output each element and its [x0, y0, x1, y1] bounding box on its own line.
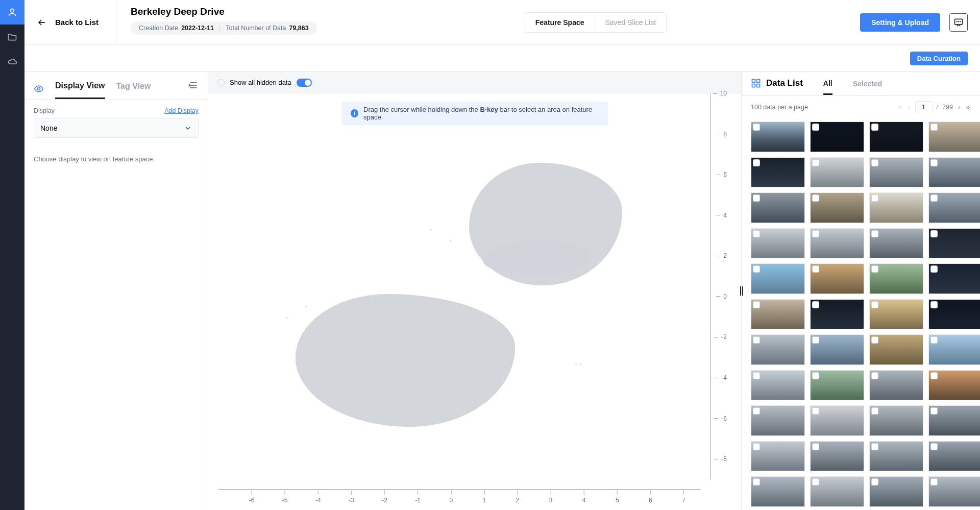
thumbnail-checkbox[interactable] [930, 301, 938, 308]
tab-tag-view[interactable]: Tag View [116, 82, 151, 98]
thumbnail[interactable] [751, 157, 805, 188]
thumbnail[interactable] [751, 334, 805, 365]
thumbnail[interactable] [751, 192, 805, 223]
thumbnail[interactable] [869, 157, 923, 188]
display-select[interactable]: None [34, 118, 199, 138]
thumbnail[interactable] [751, 476, 805, 507]
thumbnail-checkbox[interactable] [930, 372, 938, 379]
thumbnail-checkbox[interactable] [930, 230, 938, 237]
thumbnail-checkbox[interactable] [812, 159, 819, 166]
thumbnail-checkbox[interactable] [753, 159, 760, 166]
thumbnail-checkbox[interactable] [871, 230, 878, 237]
thumbnail[interactable] [928, 192, 980, 223]
thumbnail[interactable] [928, 299, 980, 330]
thumbnail-checkbox[interactable] [930, 265, 938, 273]
thumbnail-checkbox[interactable] [753, 301, 760, 308]
thumbnail-checkbox[interactable] [753, 478, 760, 485]
back-to-list-button[interactable]: Back to List [24, 0, 116, 44]
thumbnail[interactable] [869, 405, 923, 436]
thumbnail[interactable] [869, 334, 923, 365]
thumbnail-checkbox[interactable] [812, 230, 819, 237]
thumbnail[interactable] [869, 299, 923, 330]
thumbnail-checkbox[interactable] [812, 407, 819, 415]
page-input[interactable] [915, 101, 933, 113]
thumbnail-checkbox[interactable] [753, 124, 760, 131]
thumbnail[interactable] [810, 441, 864, 472]
thumbnail-checkbox[interactable] [753, 372, 760, 379]
thumbnail-checkbox[interactable] [812, 265, 819, 273]
pager-prev-icon[interactable]: ‹ [906, 103, 911, 112]
thumbnail[interactable] [928, 405, 980, 436]
radio-unselected-icon[interactable] [217, 79, 225, 86]
scatter-plot[interactable]: -8-6-4-20246810 [218, 93, 700, 479]
pager-last-icon[interactable]: » [965, 103, 971, 112]
rail-user-icon[interactable] [0, 0, 24, 25]
thumbnail[interactable] [869, 263, 923, 294]
thumbnail[interactable] [810, 334, 864, 365]
thumbnail[interactable] [810, 476, 864, 507]
add-display-link[interactable]: Add Display [164, 107, 199, 114]
thumbnail-checkbox[interactable] [871, 195, 878, 202]
thumbnail-checkbox[interactable] [753, 265, 760, 273]
thumbnail-checkbox[interactable] [871, 301, 878, 308]
rail-cloud-icon[interactable] [0, 49, 24, 74]
thumbnail-checkbox[interactable] [871, 407, 878, 415]
thumbnail[interactable] [869, 192, 923, 223]
thumbnail-checkbox[interactable] [753, 195, 760, 202]
thumbnail[interactable] [928, 228, 980, 259]
thumbnail[interactable] [928, 122, 980, 152]
filter-selected[interactable]: Selected [853, 80, 883, 94]
thumbnail[interactable] [751, 263, 805, 294]
chat-icon[interactable] [949, 13, 968, 32]
thumbnail-checkbox[interactable] [753, 407, 760, 415]
thumbnail-checkbox[interactable] [812, 336, 819, 344]
collapse-sidebar-icon[interactable] [188, 80, 199, 100]
thumbnail-checkbox[interactable] [871, 159, 878, 166]
thumbnail-checkbox[interactable] [871, 372, 878, 379]
thumbnail[interactable] [928, 441, 980, 472]
thumbnail[interactable] [751, 405, 805, 436]
thumbnail[interactable] [751, 299, 805, 330]
thumbnail-checkbox[interactable] [930, 478, 938, 485]
rail-folder-icon[interactable] [0, 25, 24, 49]
thumbnail-checkbox[interactable] [871, 124, 878, 131]
thumbnail-checkbox[interactable] [871, 336, 878, 344]
thumbnail[interactable] [869, 441, 923, 472]
thumbnail[interactable] [869, 228, 923, 259]
thumbnail[interactable] [810, 263, 864, 294]
tab-feature-space[interactable]: Feature Space [525, 13, 595, 32]
data-curation-button[interactable]: Data Curation [910, 52, 968, 65]
thumbnail-checkbox[interactable] [871, 478, 878, 485]
thumbnail-checkbox[interactable] [753, 230, 760, 237]
thumbnail[interactable] [928, 263, 980, 294]
thumbnail[interactable] [751, 122, 805, 152]
thumbnail-checkbox[interactable] [812, 301, 819, 308]
thumbnail[interactable] [810, 299, 864, 330]
thumbnail-checkbox[interactable] [753, 336, 760, 344]
thumbnail-checkbox[interactable] [812, 124, 819, 131]
thumbnail[interactable] [869, 476, 923, 507]
panel-resize-handle[interactable] [739, 285, 745, 297]
thumbnail-checkbox[interactable] [812, 443, 819, 450]
thumbnail[interactable] [869, 370, 923, 401]
thumbnail[interactable] [928, 370, 980, 401]
tab-display-view[interactable]: Display View [55, 81, 105, 99]
thumbnail-checkbox[interactable] [753, 443, 760, 450]
pager-first-icon[interactable]: « [897, 103, 902, 112]
thumbnail[interactable] [810, 122, 864, 152]
thumbnail-checkbox[interactable] [930, 443, 938, 450]
thumbnail[interactable] [751, 370, 805, 401]
pager-next-icon[interactable]: › [957, 103, 961, 112]
filter-all[interactable]: All [823, 79, 832, 95]
thumbnail[interactable] [810, 228, 864, 259]
thumbnail[interactable] [751, 441, 805, 472]
thumbnail-checkbox[interactable] [930, 407, 938, 415]
tab-saved-slice-list[interactable]: Saved Slice List [595, 13, 667, 32]
thumbnail[interactable] [869, 122, 923, 152]
thumbnail[interactable] [928, 476, 980, 507]
thumbnail-checkbox[interactable] [871, 265, 878, 273]
thumbnail[interactable] [751, 228, 805, 259]
thumbnail-checkbox[interactable] [930, 336, 938, 344]
thumbnail-checkbox[interactable] [812, 195, 819, 202]
show-hidden-toggle[interactable] [297, 79, 312, 87]
